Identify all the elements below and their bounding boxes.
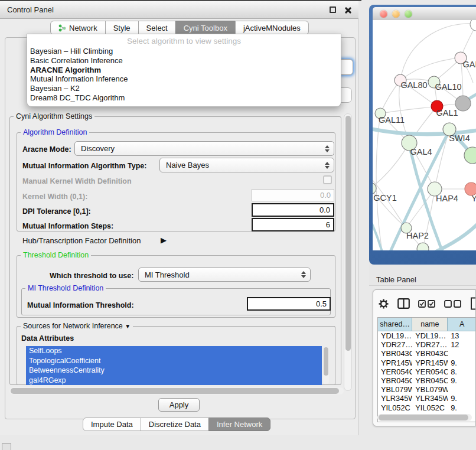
table-cell: 12 [448,340,476,349]
sources-collapse-arrow-icon[interactable]: ▼ [125,323,131,330]
tab-cyni-toolbox[interactable]: Cyni Toolbox [175,21,236,35]
tab-impute-data[interactable]: Impute Data [83,418,141,431]
network-edge [400,24,476,80]
kernel-width-label: Kernel Width (0,1): [22,193,87,201]
algorithm-option[interactable]: Basic Correlation Inference [27,56,341,66]
attribute-item[interactable]: BetweennessCentrality [26,366,322,376]
column-header-shared[interactable]: shared… [378,318,412,331]
algorithm-dropdown-popup: Select algorithm to view settings Bayesi… [27,34,341,107]
close-panel-icon[interactable] [344,6,351,14]
tab-label: Style [113,24,131,32]
table-cell: YIL052C [412,403,448,412]
collapsed-panel-icon[interactable] [2,443,11,450]
tab-discretize-data[interactable]: Discretize Data [141,418,209,431]
table-row[interactable]: YBR045CYBR045C9. [378,376,476,385]
control-panel-title: Control Panel [7,5,54,14]
dpi-tolerance-label: DPI Tolerance [0,1]: [22,207,91,216]
table-row[interactable]: YDR27…YDR27…12 [378,340,476,349]
network-edge-highlighted [373,212,382,250]
table-row[interactable]: YLR345WYLR345W9. [378,394,476,403]
mac-zoom-button[interactable] [405,10,412,18]
hub-expand-arrow-icon[interactable]: ▶ [161,236,167,244]
tab-style[interactable]: Style [105,21,139,35]
column-header-name[interactable]: name [412,318,448,331]
table-row[interactable]: YDL19…YDL19…13 [378,331,476,340]
kernel-width-field[interactable]: 0.0 [252,189,334,201]
table-cell: YBR045C [412,376,448,385]
dpi-tolerance-field[interactable]: 0.0 [252,203,334,217]
tab-label: Cyni Toolbox [184,24,227,32]
table-cell: YBR045C [378,376,412,385]
manual-kernel-width-checkbox[interactable] [323,175,332,184]
mac-minimize-button[interactable] [392,10,400,18]
network-canvas[interactable]: GALGAL80GAL10GAL1GAL11SWI4GAL4GCY1HAP4YH… [373,20,476,250]
algorithm-option[interactable]: Bayesian – K2 [27,84,341,93]
algorithm-option[interactable]: Bayesian – Hill Climbing [27,47,341,56]
tab-select[interactable]: Select [138,21,176,35]
table-cell [448,385,476,394]
dpi-tolerance-value: 0.0 [319,206,330,214]
algorithm-option[interactable]: ARACNE Algorithm [27,66,341,75]
manual-kernel-width-label: Manual Kernel Width Definition [22,177,132,185]
deselect-all-checkboxes-icon[interactable] [444,300,462,308]
table-cell: YER054C [378,367,412,376]
bottom-tabbar: Impute DataDiscretize DataInfer Network [83,418,270,431]
float-panel-icon[interactable] [330,6,336,13]
node-label-gal10: GAL10 [435,82,461,92]
select-all-checkboxes-icon[interactable] [418,300,436,308]
table-row[interactable]: YBR043CYBR043C [378,349,476,358]
cyni-algorithm-settings-title: Cyni Algorithm Settings [14,112,94,120]
function-builder-icon[interactable] [470,297,476,310]
network-edge [400,58,461,80]
attribute-item[interactable]: TopologicalCoefficient [26,356,322,366]
table-row[interactable]: YER054CYER054C8. [378,367,476,376]
mi-threshold-value: 0.5 [316,299,327,308]
tab-jactivemnodules[interactable]: jActiveMNodules [235,21,309,35]
node-top-cut[interactable] [470,20,476,31]
mi-threshold-field[interactable]: 0.5 [247,297,331,311]
table-cell: 9. [448,358,476,367]
data-attributes-list: SelfLoopsTopologicalCoefficientBetweenne… [26,346,322,385]
mi-steps-field[interactable]: 6 [252,218,334,231]
mi-algorithm-type-combobox[interactable]: Naive Bayes [159,158,334,172]
network-edge [373,143,409,188]
aracne-mode-combobox[interactable]: Discovery [74,141,334,156]
table-cell: YLR345W [412,394,448,403]
table-row[interactable]: YIL052CYIL052C9. [378,403,476,412]
table-panel-title: Table Panel [376,275,416,284]
algorithm-option[interactable]: Dream8 DC_TDC Algorithm [27,93,341,103]
table-row[interactable]: YPR145WYPR145W9. [378,358,476,367]
table-cell: 9. [448,403,476,412]
attribute-list-scrollbar[interactable] [323,347,329,384]
gear-icon[interactable] [378,298,389,309]
attribute-item[interactable]: gal4RGexp [26,376,322,385]
table-row[interactable]: YBL079WYBL079W [378,385,476,394]
node-label-gal: GAL [462,60,476,69]
mi-steps-label: Mutual Information Steps: [22,222,113,230]
table-horizontal-scrollbar[interactable] [377,414,472,421]
mi-algorithm-type-label: Mutual Information Algorithm Type: [22,162,146,170]
split-columns-icon[interactable] [397,298,410,309]
mi-steps-value: 6 [326,220,330,229]
table-toolbar [378,297,476,310]
settings-horizontal-scrollbar[interactable] [9,387,344,394]
tab-network[interactable]: Network [50,21,106,35]
table-cell [448,349,476,358]
application-window: Control Panel NetworkStyleSelectCyni Too… [0,0,476,450]
table-cell: 9. [448,394,476,403]
control-panel-tabbar: NetworkStyleSelectCyni ToolboxjActiveMNo… [50,21,309,35]
table-cell: YPR145W [412,358,448,367]
algorithm-option[interactable]: Mutual Information Inference [27,74,341,84]
tab-label: jActiveMNodules [243,24,301,32]
apply-button[interactable]: Apply [158,398,200,412]
algorithm-dropdown-placeholder: Select algorithm to view settings [27,35,341,47]
table-cell: YDR27… [378,340,412,349]
mac-close-button[interactable] [380,10,387,18]
column-header-A[interactable]: A [448,318,476,331]
which-threshold-combobox[interactable]: MI Threshold [138,268,311,282]
tab-infer-network[interactable]: Infer Network [208,418,270,431]
attribute-item[interactable]: SelfLoops [26,346,322,356]
hub-definition-label[interactable]: Hub/Transcription Factor Definition [22,236,141,245]
settings-vertical-scrollbar[interactable] [344,113,352,391]
table-cell: YBL079W [412,385,448,394]
